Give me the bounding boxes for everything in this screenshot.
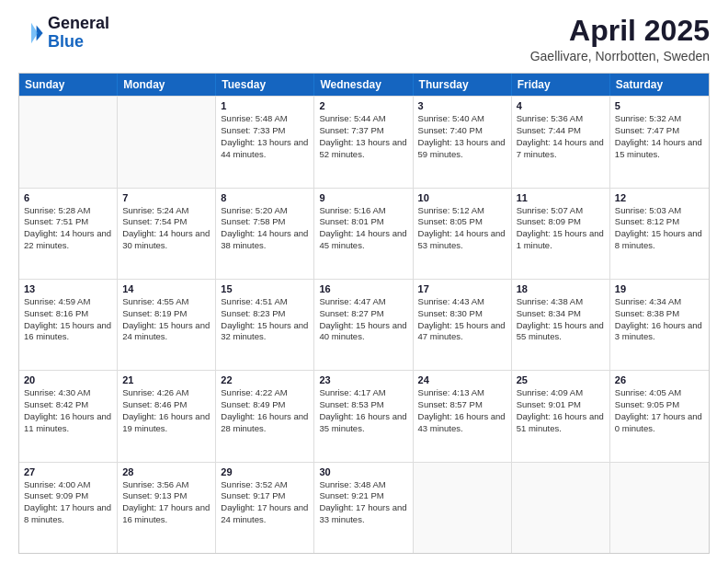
daylight-text: Daylight: 16 hours and 3 minutes. (615, 320, 704, 344)
sunset-text: Sunset: 8:49 PM (221, 399, 309, 411)
daylight-text: Daylight: 14 hours and 30 minutes. (122, 228, 210, 252)
daylight-text: Daylight: 17 hours and 0 minutes. (615, 411, 704, 435)
calendar-row-2: 13Sunrise: 4:59 AMSunset: 8:16 PMDayligh… (19, 279, 709, 370)
day-cell-9: 9Sunrise: 5:16 AMSunset: 8:01 PMDaylight… (314, 189, 413, 279)
day-number: 6 (24, 192, 112, 203)
daylight-text: Daylight: 15 hours and 55 minutes. (517, 320, 605, 344)
calendar-row-4: 27Sunrise: 4:00 AMSunset: 9:09 PMDayligh… (19, 462, 709, 553)
sunset-text: Sunset: 8:16 PM (24, 308, 112, 320)
header-day-wednesday: Wednesday (314, 74, 413, 96)
sunrise-text: Sunrise: 5:48 AM (221, 113, 309, 125)
sunrise-text: Sunrise: 4:34 AM (615, 296, 704, 308)
calendar-header: SundayMondayTuesdayWednesdayThursdayFrid… (19, 74, 709, 96)
day-number: 20 (24, 374, 112, 385)
day-number: 27 (24, 466, 112, 477)
day-cell-15: 15Sunrise: 4:51 AMSunset: 8:23 PMDayligh… (216, 280, 314, 370)
day-number: 13 (24, 283, 112, 294)
daylight-text: Daylight: 13 hours and 59 minutes. (418, 137, 506, 161)
sunset-text: Sunset: 7:33 PM (221, 125, 309, 137)
sunrise-text: Sunrise: 4:09 AM (517, 387, 605, 399)
day-number: 5 (615, 100, 704, 111)
sunrise-text: Sunrise: 5:40 AM (418, 113, 506, 125)
day-number: 15 (221, 283, 309, 294)
daylight-text: Daylight: 17 hours and 33 minutes. (319, 502, 407, 526)
sunrise-text: Sunrise: 4:13 AM (418, 387, 506, 399)
sunrise-text: Sunrise: 4:30 AM (24, 387, 112, 399)
sunrise-text: Sunrise: 5:36 AM (517, 113, 605, 125)
sunrise-text: Sunrise: 4:05 AM (615, 387, 704, 399)
daylight-text: Daylight: 14 hours and 15 minutes. (615, 137, 704, 161)
title-block: April 2025 Gaellivare, Norrbotten, Swede… (530, 15, 710, 63)
sunset-text: Sunset: 8:38 PM (615, 308, 704, 320)
sunset-text: Sunset: 9:09 PM (24, 490, 112, 502)
calendar-row-1: 6Sunrise: 5:28 AMSunset: 7:51 PMDaylight… (19, 188, 709, 279)
sunset-text: Sunset: 9:17 PM (221, 490, 309, 502)
day-number: 30 (319, 466, 407, 477)
day-cell-20: 20Sunrise: 4:30 AMSunset: 8:42 PMDayligh… (19, 371, 118, 461)
sunset-text: Sunset: 8:01 PM (319, 216, 407, 228)
day-number: 17 (418, 283, 506, 294)
day-cell-24: 24Sunrise: 4:13 AMSunset: 8:57 PMDayligh… (414, 371, 512, 461)
day-cell-25: 25Sunrise: 4:09 AMSunset: 9:01 PMDayligh… (512, 371, 610, 461)
header-day-friday: Friday (512, 74, 610, 96)
day-cell-13: 13Sunrise: 4:59 AMSunset: 8:16 PMDayligh… (19, 280, 118, 370)
day-cell-3: 3Sunrise: 5:40 AMSunset: 7:40 PMDaylight… (414, 97, 512, 187)
daylight-text: Daylight: 15 hours and 47 minutes. (418, 320, 506, 344)
day-number: 14 (122, 283, 210, 294)
sunrise-text: Sunrise: 4:59 AM (24, 296, 112, 308)
empty-cell-0-1 (118, 97, 216, 187)
empty-cell-4-6 (610, 463, 709, 553)
day-number: 16 (319, 283, 407, 294)
day-number: 28 (122, 466, 210, 477)
day-number: 11 (517, 192, 605, 203)
day-number: 22 (221, 374, 309, 385)
header-day-thursday: Thursday (414, 74, 512, 96)
day-cell-30: 30Sunrise: 3:48 AMSunset: 9:21 PMDayligh… (314, 463, 413, 553)
sunset-text: Sunset: 8:05 PM (418, 216, 506, 228)
daylight-text: Daylight: 17 hours and 16 minutes. (122, 502, 210, 526)
daylight-text: Daylight: 15 hours and 24 minutes. (122, 320, 210, 344)
sunset-text: Sunset: 8:34 PM (517, 308, 605, 320)
logo-blue: Blue (48, 32, 84, 51)
sunrise-text: Sunrise: 5:32 AM (615, 113, 704, 125)
daylight-text: Daylight: 17 hours and 8 minutes. (24, 502, 112, 526)
sunset-text: Sunset: 8:27 PM (319, 308, 407, 320)
sunset-text: Sunset: 8:09 PM (517, 216, 605, 228)
sunrise-text: Sunrise: 4:38 AM (517, 296, 605, 308)
sunrise-text: Sunrise: 4:43 AM (418, 296, 506, 308)
daylight-text: Daylight: 16 hours and 35 minutes. (319, 411, 407, 435)
daylight-text: Daylight: 16 hours and 43 minutes. (418, 411, 506, 435)
day-number: 19 (615, 283, 704, 294)
daylight-text: Daylight: 13 hours and 44 minutes. (221, 137, 309, 161)
sunset-text: Sunset: 8:53 PM (319, 399, 407, 411)
logo-text: General Blue (48, 15, 109, 52)
daylight-text: Daylight: 15 hours and 40 minutes. (319, 320, 407, 344)
empty-cell-0-0 (19, 97, 118, 187)
day-cell-1: 1Sunrise: 5:48 AMSunset: 7:33 PMDaylight… (216, 97, 314, 187)
daylight-text: Daylight: 14 hours and 45 minutes. (319, 228, 407, 252)
logo: General Blue (18, 15, 109, 52)
day-cell-8: 8Sunrise: 5:20 AMSunset: 7:58 PMDaylight… (216, 189, 314, 279)
sunset-text: Sunset: 7:44 PM (517, 125, 605, 137)
header: General Blue April 2025 Gaellivare, Norr… (18, 15, 710, 63)
sunrise-text: Sunrise: 3:52 AM (221, 479, 309, 491)
sunset-text: Sunset: 8:19 PM (122, 308, 210, 320)
sunset-text: Sunset: 8:57 PM (418, 399, 506, 411)
calendar: SundayMondayTuesdayWednesdayThursdayFrid… (18, 73, 710, 554)
day-cell-26: 26Sunrise: 4:05 AMSunset: 9:05 PMDayligh… (610, 371, 709, 461)
day-number: 7 (122, 192, 210, 203)
daylight-text: Daylight: 13 hours and 52 minutes. (319, 137, 407, 161)
sunrise-text: Sunrise: 5:28 AM (24, 205, 112, 217)
empty-cell-4-4 (414, 463, 512, 553)
daylight-text: Daylight: 15 hours and 1 minute. (517, 228, 605, 252)
sunrise-text: Sunrise: 4:22 AM (221, 387, 309, 399)
sunset-text: Sunset: 7:54 PM (122, 216, 210, 228)
day-cell-2: 2Sunrise: 5:44 AMSunset: 7:37 PMDaylight… (314, 97, 413, 187)
daylight-text: Daylight: 17 hours and 24 minutes. (221, 502, 309, 526)
day-number: 3 (418, 100, 506, 111)
daylight-text: Daylight: 16 hours and 51 minutes. (517, 411, 605, 435)
day-number: 1 (221, 100, 309, 111)
day-cell-16: 16Sunrise: 4:47 AMSunset: 8:27 PMDayligh… (314, 280, 413, 370)
day-cell-28: 28Sunrise: 3:56 AMSunset: 9:13 PMDayligh… (118, 463, 216, 553)
sunset-text: Sunset: 8:23 PM (221, 308, 309, 320)
